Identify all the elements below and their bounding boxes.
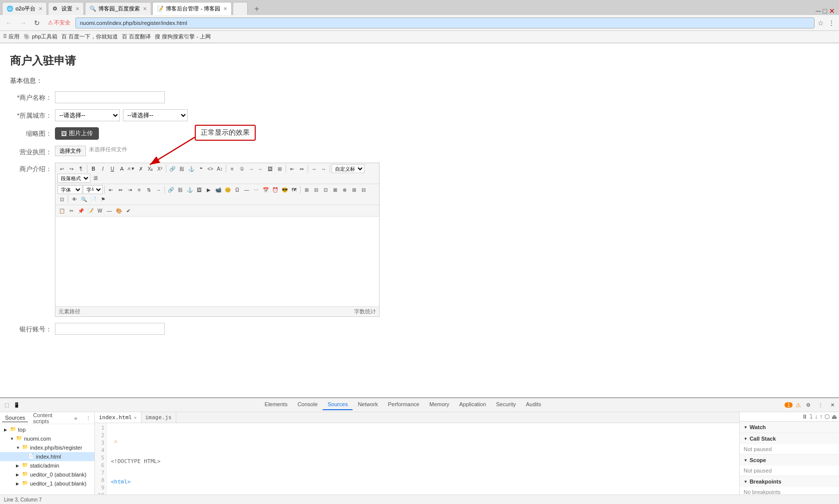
tb-cell-split[interactable]: ⊟ [359, 185, 368, 194]
tree-item-top[interactable]: ▶ 📁 top [0, 425, 94, 434]
tb-underline[interactable]: U [108, 164, 117, 173]
tb-paste-text[interactable]: 📝 [86, 206, 95, 215]
tb-font-size-select[interactable]: A↕ [215, 164, 224, 173]
call-stack-header[interactable]: Call Stack [740, 433, 839, 444]
tree-item-ueditor0[interactable]: ▶ 📁 ueditor_0 (about:blank) [0, 470, 94, 479]
tb-insert-table[interactable]: ⊞ [275, 164, 284, 173]
devtools-more-icon[interactable]: ⋮ [816, 401, 825, 410]
bookmark-translate[interactable]: 百 百度翻译 [122, 33, 151, 40]
tb-anchor-3[interactable]: ⚑ [98, 195, 107, 204]
tb-align-r2[interactable]: ⇥ [125, 185, 134, 194]
devtools-tab-security[interactable]: Security [491, 399, 521, 410]
tab-settings[interactable]: ⚙ 设置 ✕ [48, 2, 84, 15]
tb-anchor-2[interactable]: ⚓ [185, 185, 194, 194]
tb-redo[interactable]: ↪ [67, 164, 76, 173]
tab-close-blog[interactable]: ✕ [223, 6, 227, 11]
window-maximize[interactable]: □ [823, 7, 827, 15]
tb-preview[interactable]: 👁 [70, 195, 79, 204]
tb-justify[interactable]: ≡ [135, 185, 144, 194]
step-out-icon[interactable]: ↑ [820, 413, 823, 420]
device-mode-icon[interactable]: 📱 [12, 401, 21, 410]
tab-close-o2o[interactable]: ✕ [38, 6, 42, 11]
tab-blog[interactable]: 📝 博客后台管理 - 博客园 ✕ [152, 2, 232, 15]
tb-align-c2[interactable]: ⇔ [116, 185, 125, 194]
tb-align-l2[interactable]: ⇤ [106, 185, 115, 194]
tb-insert-flash[interactable]: ▶ [204, 185, 213, 194]
tree-item-static[interactable]: ▶ 📁 static/admin [0, 461, 94, 470]
code-tab-imagejs[interactable]: image.js [141, 412, 176, 423]
tb-unlink-2[interactable]: ⛓ [176, 185, 185, 194]
tree-item-register[interactable]: ▼ 📁 index.php/bis/register [0, 443, 94, 452]
devtools-tab-audits[interactable]: Audits [521, 399, 546, 410]
tb-template[interactable]: 📄 [89, 195, 98, 204]
tb-spell[interactable]: ✔ [124, 206, 133, 215]
tab-baidu[interactable]: 🔍 博客园_百度搜索 ✕ [85, 2, 151, 15]
devtools-tab-performance[interactable]: Performance [383, 399, 424, 410]
tb-insert-video[interactable]: 📹 [214, 185, 223, 194]
tb-col-add[interactable]: ⊡ [321, 185, 330, 194]
tab-extra[interactable] [233, 2, 248, 15]
tb-rtl[interactable]: ↔ [319, 164, 328, 173]
tb-align-center[interactable]: ⇔ [297, 164, 306, 173]
devtools-tab-application[interactable]: Application [454, 399, 491, 410]
city-select-2[interactable]: --请选择-- [123, 109, 188, 121]
tb-ltr[interactable]: ↔ [310, 164, 319, 173]
upload-button[interactable]: 🖼 图片上传 [55, 127, 99, 140]
devtools-tab-memory[interactable]: Memory [424, 399, 454, 410]
devtools-close-icon[interactable]: ✕ [828, 401, 837, 410]
breakpoints-header[interactable]: Breakpoints [740, 476, 839, 487]
tb-superscript[interactable]: X² [155, 164, 164, 173]
code-tab-close-indexhtml[interactable]: ✕ [134, 415, 136, 420]
sources-menu-icon[interactable]: ⋮ [84, 414, 92, 423]
tb-bidi[interactable]: ⇅ [144, 185, 153, 194]
bookmark-phptools[interactable]: 🐘 php工具箱 [23, 33, 57, 40]
tb-insert-img-2[interactable]: 🖼 [195, 185, 204, 194]
tb-date[interactable]: 📅 [261, 185, 270, 194]
tb-pagebreak[interactable]: ⋯ [252, 185, 261, 194]
tb-special-char[interactable]: Ω [233, 185, 242, 194]
tree-item-indexhtml[interactable]: 📄 index.html [0, 452, 94, 461]
tb-italic[interactable]: I [98, 164, 107, 173]
bank-input[interactable] [55, 323, 165, 335]
tb-hr[interactable]: — [242, 185, 251, 194]
tb-cell-props[interactable]: ⊡ [57, 195, 66, 204]
tb-paste[interactable]: 📌 [76, 206, 85, 215]
dont-pause-icon[interactable]: ⏏ [832, 413, 837, 420]
bookmark-apps[interactable]: ⠿ 应用 [3, 33, 19, 40]
tb-row-add[interactable]: ⊟ [312, 185, 321, 194]
tb-remove-format[interactable]: ✗ [136, 164, 145, 173]
inspect-element-icon[interactable]: ⬚ [2, 401, 11, 410]
tb-code[interactable]: <> [206, 164, 215, 173]
devtools-tab-console[interactable]: Console [293, 399, 323, 410]
window-close[interactable]: ✕ [829, 7, 835, 15]
tb-ol[interactable]: ① [237, 164, 246, 173]
tb-time[interactable]: ⏰ [271, 185, 280, 194]
tb-align-left[interactable]: ⇤ [288, 164, 297, 173]
tb-source[interactable]: 源 [91, 174, 100, 183]
code-tab-indexhtml[interactable]: index.html ✕ [95, 412, 141, 423]
tb-font-color[interactable]: A▼ [127, 164, 136, 173]
tb-indent[interactable]: → [247, 164, 256, 173]
forward-button[interactable]: → [17, 17, 29, 29]
tb-insert-img[interactable]: 🖼 [266, 164, 275, 173]
sources-tab-sources[interactable]: Sources [2, 414, 28, 422]
tab-close-settings[interactable]: ✕ [75, 6, 79, 11]
settings-icon[interactable]: ⋮ [827, 18, 836, 28]
tb-copy[interactable]: 📋 [57, 206, 66, 215]
tb-paragraph[interactable]: 段落格式 [57, 174, 90, 183]
tb-anchor[interactable]: ⚓ [187, 164, 196, 173]
tb-col-del[interactable]: ⊗ [340, 185, 349, 194]
step-into-icon[interactable]: ↓ [815, 413, 818, 420]
tb-table[interactable]: ⊞ [302, 185, 311, 194]
tb-search[interactable]: 🔍 [79, 195, 88, 204]
tb-cell-merge[interactable]: ⊞ [350, 185, 359, 194]
tb-ul[interactable]: ≡ [228, 164, 237, 173]
devtools-settings-icon[interactable]: ⚙ [804, 401, 813, 410]
merchant-name-input[interactable] [55, 91, 165, 103]
devtools-tab-network[interactable]: Network [353, 399, 383, 410]
new-tab-button[interactable]: + [251, 3, 263, 15]
tree-item-nuomi[interactable]: ▼ 📁 nuomi.com [0, 434, 94, 443]
tb-link[interactable]: 🔗 [168, 164, 177, 173]
tb-cut[interactable]: ✂ [67, 206, 76, 215]
deactivate-breakpoints-icon[interactable]: ⬡ [825, 413, 830, 420]
